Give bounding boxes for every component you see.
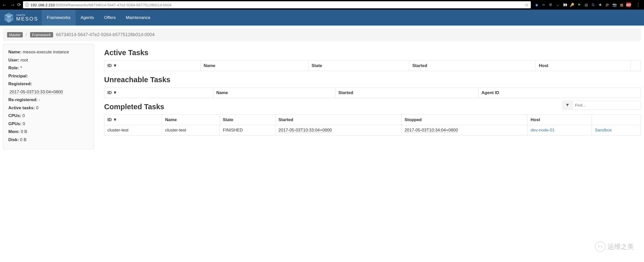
breadcrumb-master[interactable]: Master	[7, 32, 23, 37]
brand-mesos: MESOS	[16, 16, 38, 21]
label-active-tasks: Active tasks:	[8, 105, 35, 110]
label-cpus: CPUs:	[8, 113, 21, 118]
breadcrumb-framework[interactable]: Framework	[30, 32, 53, 37]
col-sandbox	[592, 115, 641, 125]
value-role: *	[20, 66, 22, 70]
completed-filter	[562, 101, 641, 110]
cell-id: cluster-test	[104, 125, 162, 136]
camera-icon[interactable]: 📷	[612, 3, 617, 7]
value-active-tasks: 0	[36, 105, 38, 110]
breadcrumb: Master / Framework 66734014-5647-47e2-92…	[3, 29, 641, 41]
diamond-icon[interactable]: ◆	[534, 3, 539, 7]
label-user: User:	[8, 58, 19, 62]
value-mem: 0 B	[21, 129, 27, 134]
unreachable-tasks-heading: Unreachable Tasks	[104, 76, 641, 84]
col-started[interactable]: Started	[275, 115, 401, 125]
key-icon[interactable]: 🔑	[570, 3, 574, 7]
mesos-logo-icon	[4, 12, 14, 23]
back-button[interactable]: ←	[2, 2, 7, 8]
col-id[interactable]: ID ▼	[104, 61, 201, 71]
framework-info-panel: Name: mesos-execute instance User: root …	[3, 44, 94, 149]
completed-tasks-table: ID ▼ Name State Started Stopped Host clu…	[104, 115, 641, 136]
pocket-icon[interactable]: ⌄	[556, 3, 560, 7]
cell-host: dev-node-01	[527, 125, 592, 136]
label-disk: Disk:	[8, 137, 19, 142]
value-registered: 2017-05-03T10:33:04+0800	[10, 90, 63, 95]
label-mem: Mem:	[8, 129, 19, 134]
value-disk: 0 B	[20, 137, 27, 142]
label-gpus: GPUs:	[8, 121, 21, 126]
nav-maintenance[interactable]: Maintenance	[121, 10, 155, 26]
label-reregistered: Re-registered:	[8, 97, 37, 102]
col-host[interactable]: Host	[527, 115, 592, 125]
abp-icon[interactable]: ABP	[626, 3, 631, 7]
active-tasks-table: ID ▼ Name State Started Host	[104, 60, 641, 71]
browser-chrome: ← → ⟳ i 192.168.2.210:5050/#/frameworks/…	[0, 0, 644, 10]
col-state[interactable]: State	[308, 61, 409, 71]
col-name[interactable]: Name	[162, 115, 220, 125]
table-row: cluster-test cluster-test FINISHED 2017-…	[104, 125, 641, 136]
shield-icon[interactable]: ⛨	[548, 3, 553, 7]
app-icon[interactable]: ▦	[619, 3, 624, 7]
col-id[interactable]: ID ▼	[104, 88, 213, 98]
url-text: 192.168.2.210:5050/#/frameworks/66734014…	[31, 3, 523, 7]
completed-tasks-heading: Completed Tasks	[104, 103, 164, 111]
breadcrumb-sep: /	[26, 32, 27, 37]
reload-button[interactable]: ⟳	[17, 2, 21, 8]
col-id[interactable]: ID ▼	[104, 115, 162, 125]
label-role: Role:	[8, 66, 19, 70]
col-actions	[631, 61, 641, 71]
col-started[interactable]: Started	[335, 88, 478, 98]
label-principal: Principal:	[8, 74, 28, 78]
col-name[interactable]: Name	[213, 88, 335, 98]
menu-dots-icon[interactable]: ⋮	[634, 2, 642, 8]
col-started[interactable]: Started	[409, 61, 536, 71]
hat-icon[interactable]: 🎓	[605, 3, 610, 7]
funnel-icon	[566, 103, 569, 107]
translate-icon[interactable]: G	[591, 3, 595, 7]
col-agent-id[interactable]: Agent ID	[478, 88, 641, 98]
main-panel: Active Tasks ID ▼ Name State Started Hos…	[104, 44, 641, 136]
extension-icons: ◆ ✂ ⛨ ⌄ 👀 🔑 ⚑ ▤ G ✱ 🎓 📷 ▦ ABP	[533, 3, 632, 7]
cell-sandbox: Sandbox	[592, 125, 641, 136]
value-cpus: 0	[22, 113, 25, 118]
info-icon[interactable]: i	[25, 3, 29, 7]
filter-input[interactable]	[572, 101, 641, 109]
host-link[interactable]: dev-node-01	[531, 128, 555, 133]
col-state[interactable]: State	[220, 115, 275, 125]
cell-stopped: 2017-05-03T10:34:04+0800	[401, 125, 527, 136]
label-registered: Registered:	[8, 81, 32, 86]
forward-button[interactable]: →	[10, 2, 15, 8]
col-stopped[interactable]: Stopped	[401, 115, 527, 125]
sandbox-link[interactable]: Sandbox	[595, 128, 612, 133]
brand[interactable]: Apache MESOS	[0, 10, 42, 26]
bookmark-star-icon[interactable]: ☆	[525, 2, 529, 8]
nav-offers[interactable]: Offers	[99, 10, 121, 26]
value-user: root	[20, 58, 28, 62]
rss-icon[interactable]: ▤	[584, 3, 588, 7]
col-host[interactable]: Host	[536, 61, 631, 71]
filter-icon[interactable]	[562, 101, 572, 109]
nav-agents[interactable]: Agents	[76, 10, 99, 26]
flag-icon[interactable]: ⚑	[577, 3, 581, 7]
mesos-navbar: Apache MESOS Frameworks Agents Offers Ma…	[0, 10, 644, 26]
nav-arrows: ← →	[2, 2, 15, 8]
active-tasks-heading: Active Tasks	[104, 49, 641, 57]
col-name[interactable]: Name	[200, 61, 308, 71]
cell-name: cluster-test	[162, 125, 220, 136]
cell-state: FINISHED	[220, 125, 275, 136]
value-reregistered: -	[39, 97, 40, 102]
scissors-icon[interactable]: ✂	[541, 3, 546, 7]
value-name: mesos-execute instance	[23, 50, 69, 54]
cell-started: 2017-05-03T10:33:04+0800	[275, 125, 401, 136]
brand-text: Apache MESOS	[16, 14, 38, 21]
unreachable-tasks-table: ID ▼ Name Started Agent ID	[104, 88, 641, 98]
label-name: Name:	[8, 50, 21, 54]
url-bar[interactable]: i 192.168.2.210:5050/#/frameworks/667340…	[23, 1, 531, 8]
value-gpus: 0	[23, 121, 25, 126]
nav-frameworks[interactable]: Frameworks	[42, 10, 76, 26]
gear-icon[interactable]: ✱	[598, 3, 603, 7]
breadcrumb-id: 66734014-5647-47e2-9264-b5775128b01d-000…	[56, 32, 155, 37]
eyes-icon[interactable]: 👀	[563, 3, 567, 7]
content: Name: mesos-execute instance User: root …	[0, 44, 644, 154]
